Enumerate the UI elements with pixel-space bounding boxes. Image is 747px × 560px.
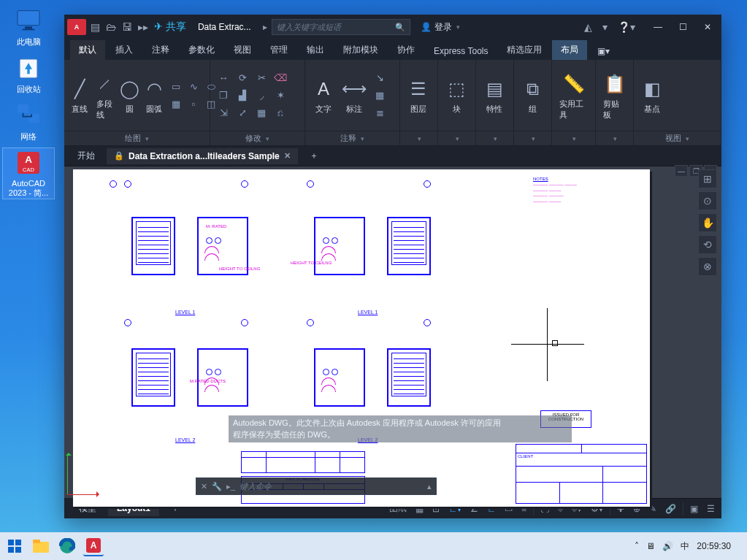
chevron-down-icon[interactable]: ▾ [266, 135, 269, 142]
close-tab-icon[interactable]: ✕ [284, 151, 291, 161]
chevron-down-icon[interactable]: ▾ [613, 135, 617, 142]
paper-space[interactable]: M. RATED HEIGHT TO CEILNG LEVEL 1 HEIGHT… [73, 169, 650, 507]
tab-collab[interactable]: 协作 [388, 40, 424, 60]
desktop-icon-network[interactable]: 网络 [3, 101, 54, 142]
arc-button[interactable]: ◠圆弧 [143, 74, 165, 116]
explode-icon[interactable]: ✶ [272, 88, 289, 104]
layer-button[interactable]: ☰图层 [405, 74, 432, 116]
desktop-icon-recycle[interactable]: 回收站 [3, 53, 54, 95]
tray-ime-indicator[interactable]: 中 [681, 540, 689, 553]
cleanscreen-icon[interactable]: ▣ [688, 502, 700, 515]
sync-icon[interactable]: ▾ [602, 21, 608, 33]
chevron-down-icon[interactable]: ▾ [418, 135, 421, 142]
tray-volume-icon[interactable]: 🔊 [662, 541, 673, 551]
chevron-down-icon[interactable]: ▾ [686, 135, 689, 142]
mirror-icon[interactable]: ▟ [234, 88, 251, 104]
stretch-icon[interactable]: ⇲ [215, 105, 232, 121]
qat-save-icon[interactable]: 🖫 [122, 21, 132, 33]
fillet-icon[interactable]: ◞ [253, 88, 270, 104]
tab-featured[interactable]: 精选应用 [498, 40, 551, 60]
qat-open-icon[interactable]: 🗁 [106, 21, 116, 33]
mdi-minimize-icon[interactable]: — [675, 165, 688, 177]
tab-express[interactable]: Express Tools [425, 42, 497, 60]
measure-button[interactable]: 📏实用工具 [556, 69, 591, 122]
tab-default[interactable]: 默认 [70, 40, 105, 60]
table-icon[interactable]: ▦ [371, 88, 388, 104]
maximize-button[interactable]: ☐ [672, 17, 694, 37]
mtext-icon[interactable]: ≣ [371, 105, 388, 121]
steering-icon[interactable]: ⊙ [698, 191, 717, 210]
chevron-down-icon[interactable]: ▾ [572, 135, 576, 142]
chevron-down-icon[interactable]: ▾ [145, 135, 149, 142]
close-button[interactable]: ✕ [697, 17, 719, 37]
explorer-taskbar-icon[interactable] [31, 536, 51, 556]
block-button[interactable]: ⬚块 [443, 74, 470, 116]
start-button[interactable] [4, 536, 25, 556]
point-icon[interactable]: ▫ [185, 96, 202, 112]
search-input[interactable]: 键入关键字或短语 🔍 [272, 19, 410, 35]
tab-parametric[interactable]: 参数化 [180, 40, 223, 60]
leader-icon[interactable]: ↘ [371, 70, 388, 86]
autocad-taskbar-icon[interactable]: A [83, 536, 104, 556]
properties-button[interactable]: ▤特性 [480, 74, 508, 116]
move-icon[interactable]: ↔ [215, 70, 232, 86]
trim-icon[interactable]: ✂ [253, 70, 270, 86]
showmotion-icon[interactable]: ⊗ [698, 257, 717, 276]
autodesk-app-icon[interactable]: ◭ [584, 21, 592, 33]
tab-view[interactable]: 视图 [225, 40, 260, 60]
customize-icon[interactable]: ☰ [705, 502, 717, 515]
tab-output[interactable]: 输出 [298, 40, 333, 60]
chevron-down-icon[interactable]: ▾ [532, 135, 535, 142]
group-button[interactable]: ⧉组 [518, 74, 546, 116]
rect-icon[interactable]: ▭ [168, 79, 184, 95]
drawing-canvas[interactable]: — ❐ ✕ M. RATED HEIGHT TO CEILNG LEVEL 1 [64, 166, 721, 498]
desktop-icon-thispc[interactable]: 此电脑 [3, 6, 54, 47]
command-line[interactable]: ✕ 🔧 ▸_ 键入命令 ▴ [196, 477, 437, 495]
array-icon[interactable]: ▦ [253, 105, 270, 121]
edge-taskbar-icon[interactable] [57, 536, 77, 556]
app-logo[interactable]: A [67, 19, 86, 35]
scale-icon[interactable]: ⤢ [234, 105, 251, 121]
minimize-button[interactable]: — [647, 17, 669, 37]
spline-icon[interactable]: ∿ [185, 79, 202, 95]
cmd-close-icon[interactable]: ✕ [201, 482, 207, 491]
line-button[interactable]: ╱直线 [69, 74, 91, 116]
rotate-icon[interactable]: ⟳ [234, 70, 251, 86]
doc-dropdown-icon[interactable]: ▸ [263, 22, 267, 32]
cmd-config-icon[interactable]: 🔧 [212, 482, 222, 491]
tray-network-icon[interactable]: 🖥 [646, 541, 655, 551]
tab-insert[interactable]: 插入 [107, 40, 142, 60]
tab-manage[interactable]: 管理 [261, 40, 296, 60]
circle-button[interactable]: ◯圆 [118, 74, 140, 116]
qat-more-icon[interactable]: ▸▸ [138, 21, 148, 33]
viewcube-icon[interactable]: ⊞ [698, 169, 717, 188]
hatch-icon[interactable]: ▦ [168, 96, 184, 112]
share-button[interactable]: ✈ 共享 [154, 20, 186, 34]
isolate-icon[interactable]: 🔗 [663, 502, 678, 515]
dimension-button[interactable]: ⟷标注 [340, 74, 368, 116]
desktop-icon-autocad[interactable]: ACAD AutoCAD 2023 - 简... [3, 148, 54, 199]
baseview-button[interactable]: ◧基点 [638, 74, 666, 116]
erase-icon[interactable]: ⌫ [272, 70, 289, 86]
tab-addins[interactable]: 附加模块 [334, 40, 387, 60]
tab-annotate[interactable]: 注释 [143, 40, 178, 60]
file-tab-start[interactable]: 开始 [70, 147, 102, 165]
tray-chevron-icon[interactable]: ˄ [635, 541, 639, 551]
tray-clock[interactable]: 20:59:30 [697, 541, 731, 551]
chevron-down-icon[interactable]: ▾ [456, 135, 459, 142]
cmd-expand-icon[interactable]: ▴ [427, 482, 432, 491]
offset-icon[interactable]: ⎌ [272, 105, 289, 121]
help-icon[interactable]: ❔▾ [618, 21, 635, 33]
user-login-button[interactable]: 👤 登录 ▾ [421, 21, 460, 34]
new-tab-button[interactable]: ＋ [302, 147, 326, 165]
polyline-button[interactable]: ⟋多段线 [93, 69, 115, 122]
copy-icon[interactable]: ❐ [215, 88, 232, 104]
pan-icon[interactable]: ✋ [698, 213, 717, 232]
qat-new-icon[interactable]: ▤ [91, 21, 100, 33]
file-tab-document[interactable]: 🔒 Data Extraction a...ltileaders Sample … [107, 148, 298, 164]
tab-layout[interactable]: 布局 [552, 40, 587, 60]
orbit-icon[interactable]: ⟲ [698, 235, 717, 254]
paste-button[interactable]: 📋剪贴板 [600, 69, 629, 122]
chevron-down-icon[interactable]: ▾ [494, 135, 497, 142]
tab-context-icon[interactable]: ▣▾ [589, 42, 618, 60]
